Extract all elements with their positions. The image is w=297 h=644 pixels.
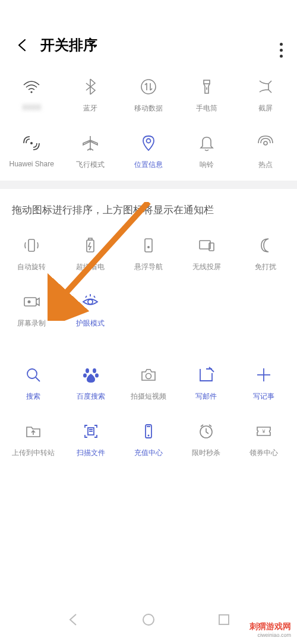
compose-note-label: 写记事 [253, 392, 274, 402]
scan-doc-shortcut[interactable]: 扫描文件 [62, 408, 120, 464]
huawei-share-icon [16, 128, 47, 159]
mid-grid: 自动旋转 超级省电 悬浮导航 无线投屏 免打扰 屏幕录制 护眼模式 [0, 222, 297, 334]
coupon-center-label: 领券中心 [249, 448, 278, 458]
flashlight-toggle[interactable]: 手电筒 [178, 63, 236, 119]
airplane-label: 飞行模式 [76, 160, 105, 170]
top-grid: XXXX 蓝牙 移动数据 手电筒 截屏 Huawei Share 飞行模式 [0, 63, 297, 176]
nav-back[interactable] [65, 612, 81, 627]
eye-care-toggle[interactable]: 护眼模式 [61, 278, 119, 334]
svg-point-6 [264, 141, 267, 145]
screen-record-label: 屏幕录制 [17, 318, 46, 329]
dnd-icon [250, 230, 281, 261]
section-divider [0, 181, 297, 189]
svg-point-0 [31, 91, 33, 93]
ring-icon [191, 128, 222, 159]
eye-care-icon [75, 286, 106, 317]
svg-point-11 [147, 246, 150, 248]
svg-point-17 [27, 369, 37, 378]
header: 开关排序 [0, 25, 297, 63]
recharge-label: 充值中心 [134, 448, 163, 458]
huawei-share-toggle[interactable]: Huawei Share [2, 119, 61, 176]
auto-rotate-icon [16, 230, 47, 261]
svg-point-5 [146, 139, 150, 143]
location-label: 位置信息 [134, 160, 163, 170]
shoot-video-shortcut[interactable]: 拍摄短视频 [120, 351, 178, 408]
nav-home[interactable] [141, 612, 156, 627]
svg-point-22 [95, 374, 99, 378]
nav-recent[interactable] [216, 612, 232, 627]
bluetooth-toggle[interactable]: 蓝牙 [61, 63, 119, 119]
upload-station-label: 上传到中转站 [12, 448, 55, 458]
float-nav-icon [133, 230, 164, 261]
power-save-icon [75, 230, 106, 261]
watermark: 刺猬游戏网 ciweiniao.com [249, 621, 291, 638]
clock-icon [191, 416, 222, 447]
compose-mail-shortcut[interactable]: 写邮件 [177, 351, 235, 408]
svg-rect-9 [89, 238, 92, 240]
svg-line-18 [36, 377, 40, 381]
ring-label: 响铃 [200, 160, 214, 170]
svg-rect-10 [145, 239, 152, 252]
airplane-toggle[interactable]: 飞行模式 [61, 119, 119, 176]
baidu-icon [75, 359, 106, 390]
mobile-data-label: 移动数据 [134, 103, 163, 113]
flash-sale-shortcut[interactable]: 限时秒杀 [177, 408, 235, 464]
camera-icon [133, 359, 164, 390]
hotspot-icon [250, 128, 281, 159]
wireless-cast-toggle[interactable]: 无线投屏 [178, 222, 236, 278]
dnd-toggle[interactable]: 免打扰 [236, 222, 295, 278]
float-nav-label: 悬浮导航 [134, 262, 163, 272]
flashlight-label: 手电筒 [196, 103, 217, 113]
coupon-center-shortcut[interactable]: ¥ 领券中心 [235, 408, 292, 464]
search-label: 搜索 [26, 392, 40, 402]
screen-record-icon [16, 286, 47, 317]
screenshot-icon [250, 71, 281, 102]
float-nav-toggle[interactable]: 悬浮导航 [119, 222, 178, 278]
bluetooth-icon [75, 71, 106, 102]
svg-point-16 [88, 299, 93, 304]
upload-icon [18, 416, 49, 447]
coupon-icon: ¥ [248, 416, 279, 447]
svg-point-23 [146, 374, 151, 379]
ring-toggle[interactable]: 响铃 [178, 119, 236, 176]
search-icon [18, 359, 49, 390]
upload-station-shortcut[interactable]: 上传到中转站 [5, 408, 62, 464]
svg-point-21 [83, 374, 87, 378]
baidu-label: 百度搜索 [77, 392, 105, 402]
svg-text:¥: ¥ [261, 428, 266, 434]
svg-point-1 [141, 80, 156, 94]
compose-mail-label: 写邮件 [195, 392, 217, 402]
screen-record-toggle[interactable]: 屏幕录制 [2, 278, 61, 334]
recharge-shortcut[interactable]: 充值中心 [120, 408, 178, 464]
auto-rotate-toggle[interactable]: 自动旋转 [2, 222, 61, 278]
back-button[interactable] [13, 36, 32, 55]
dnd-label: 免打扰 [255, 262, 276, 272]
power-save-label: 超级省电 [76, 262, 105, 272]
hotspot-toggle[interactable]: 热点 [236, 119, 295, 176]
svg-rect-8 [87, 240, 94, 252]
mobile-data-toggle[interactable]: 移动数据 [119, 63, 178, 119]
compose-mail-icon [191, 359, 222, 390]
hotspot-label: 热点 [258, 160, 273, 170]
search-shortcut[interactable]: 搜索 [5, 351, 62, 408]
baidu-shortcut[interactable]: 百度搜索 [62, 351, 120, 408]
watermark-url: ciweiniao.com [249, 632, 291, 638]
watermark-logo: 刺猬游戏网 [249, 621, 291, 632]
airplane-icon [75, 128, 106, 159]
location-toggle[interactable]: 位置信息 [119, 119, 178, 176]
svg-rect-37 [219, 615, 229, 624]
compose-note-shortcut[interactable]: 写记事 [235, 351, 292, 408]
svg-point-20 [93, 368, 96, 373]
power-save-toggle[interactable]: 超级省电 [61, 222, 119, 278]
plus-icon [248, 359, 279, 390]
screenshot-label: 截屏 [258, 103, 273, 113]
huawei-share-label: Huawei Share [10, 160, 54, 168]
screenshot-toggle[interactable]: 截屏 [236, 63, 295, 119]
auto-rotate-label: 自动旋转 [17, 262, 46, 272]
flash-sale-label: 限时秒杀 [192, 448, 220, 458]
svg-point-4 [30, 142, 33, 144]
svg-rect-2 [204, 80, 210, 84]
wifi-toggle[interactable]: XXXX [2, 63, 61, 119]
scan-doc-icon [75, 416, 106, 447]
more-menu[interactable] [280, 43, 283, 58]
